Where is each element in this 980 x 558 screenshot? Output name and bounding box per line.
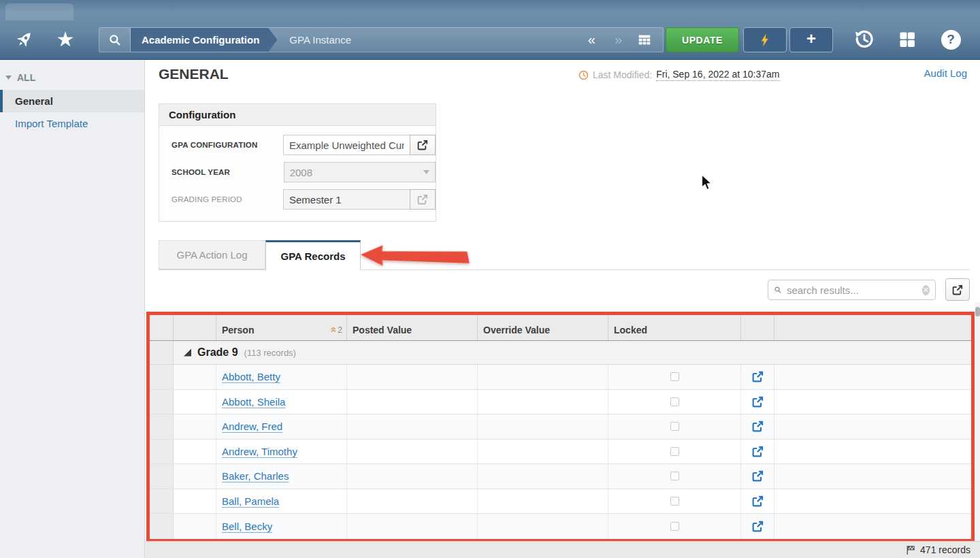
open-record-icon[interactable] (752, 446, 764, 457)
open-record-icon[interactable] (752, 495, 764, 507)
locked-checkbox[interactable] (670, 447, 679, 456)
table-scrollbar-thumb[interactable] (975, 307, 980, 316)
group-record-count: (113 records) (244, 348, 296, 358)
locked-checkbox[interactable] (670, 472, 679, 480)
apps-grid-icon[interactable] (896, 29, 918, 50)
locked-checkbox[interactable] (670, 497, 679, 506)
top-navigation-bar: ★ Academic Configuration GPA Instance « … (0, 0, 980, 60)
left-sidebar: ALL General Import Template (0, 60, 145, 558)
tab-gpa-action-log[interactable]: GPA Action Log (159, 240, 265, 269)
collapse-group-icon[interactable] (184, 349, 191, 357)
open-record-icon[interactable] (752, 470, 764, 482)
chevron-down-icon (5, 76, 12, 80)
person-link[interactable]: Ball, Pamela (216, 495, 279, 507)
sidebar-group-label: ALL (17, 72, 35, 83)
update-button[interactable]: UPDATE (666, 27, 739, 52)
open-record-icon[interactable] (752, 521, 764, 532)
locked-checkbox[interactable] (670, 522, 679, 531)
table-scrollbar-track[interactable] (975, 302, 980, 541)
open-record-icon[interactable] (752, 421, 764, 432)
group-row-grade9: Grade 9 (113 records) (150, 341, 971, 365)
record-count: 471 records (920, 544, 970, 555)
clock-icon (578, 70, 589, 80)
sort-ascending-icon: « (329, 327, 340, 332)
table-row: Abbott, Sheila (150, 390, 971, 415)
person-link[interactable]: Andrew, Fred (216, 421, 282, 432)
open-grading-period-icon (410, 189, 436, 210)
column-label: Locked (614, 325, 647, 335)
sidebar-item-label: Import Template (15, 118, 88, 129)
sidebar-group-all[interactable]: ALL (0, 60, 144, 90)
sidebar-item-import-template[interactable]: Import Template (0, 112, 144, 135)
search-icon (774, 284, 782, 295)
person-link[interactable]: Abbott, Sheila (216, 396, 285, 408)
open-results-window-icon[interactable] (945, 278, 970, 301)
column-header-person[interactable]: Person « 2 (216, 315, 347, 340)
flag-icon (906, 545, 916, 555)
grading-period-field[interactable] (283, 189, 410, 210)
search-results-box: ✕ (768, 280, 936, 300)
table-row: Baker, Charles (150, 464, 971, 489)
sort-indicator: « 2 (331, 324, 342, 335)
page-title: GENERAL (159, 66, 229, 82)
gpa-configuration-label: GPA CONFIGURATION (172, 141, 283, 149)
add-button[interactable]: + (789, 27, 833, 52)
person-link[interactable]: Bell, Becky (216, 521, 272, 532)
last-modified-label: Last Modified: (593, 69, 652, 80)
locked-checkbox[interactable] (670, 422, 679, 431)
locked-checkbox[interactable] (670, 397, 679, 406)
last-modified-value: Fri, Sep 16, 2022 at 10:37am (656, 69, 779, 81)
table-row: Bell, Becky (150, 514, 971, 539)
breadcrumb-section[interactable]: Academic Configuration (131, 28, 277, 52)
search-results-input[interactable] (787, 284, 922, 296)
favorites-star-icon[interactable]: ★ (53, 27, 78, 52)
breadcrumb: Academic Configuration GPA Instance « » (99, 27, 664, 52)
nav-back-icon[interactable]: « (578, 28, 605, 52)
table-row: Abbott, Betty (150, 365, 971, 390)
sidebar-item-label: General (15, 95, 53, 107)
lightning-icon (758, 32, 772, 48)
column-header-locked[interactable]: Locked (608, 315, 741, 340)
person-link[interactable]: Baker, Charles (216, 470, 289, 482)
school-year-label: SCHOOL YEAR (172, 168, 284, 176)
header-spacer (774, 315, 971, 340)
open-record-icon[interactable] (752, 396, 764, 408)
plus-icon: + (806, 31, 816, 47)
locked-checkbox[interactable] (670, 372, 679, 381)
header-spacer (174, 315, 216, 340)
search-icon[interactable] (99, 28, 131, 52)
school-year-value: 2008 (290, 167, 312, 178)
group-header[interactable]: Grade 9 (113 records) (174, 341, 971, 364)
home-rocket-icon[interactable] (12, 27, 37, 52)
open-gpa-configuration-icon[interactable] (410, 135, 436, 155)
chevron-down-icon (423, 170, 429, 174)
help-icon[interactable]: ? (940, 29, 962, 50)
audit-log-link[interactable]: Audit Log (924, 67, 967, 79)
table-row: Ball, Pamela (150, 489, 971, 514)
column-header-posted-value[interactable]: Posted Value (347, 315, 478, 340)
nav-forward-icon[interactable]: » (605, 28, 632, 52)
gpa-configuration-field[interactable] (283, 135, 410, 155)
history-icon[interactable] (852, 27, 877, 52)
table-row: Andrew, Fred (150, 414, 971, 440)
column-header-override-value[interactable]: Override Value (478, 315, 608, 340)
table-view-icon[interactable] (632, 28, 663, 52)
clear-search-icon[interactable]: ✕ (922, 285, 930, 295)
person-link[interactable]: Abbott, Betty (216, 371, 280, 382)
browser-tab-shadow (5, 3, 74, 20)
column-label: Posted Value (353, 325, 412, 335)
column-label: Override Value (483, 325, 550, 335)
column-label: Person (222, 325, 254, 335)
table-row: Andrew, Timothy (150, 440, 971, 465)
records-tabstrip: GPA Action Log GPA Records (159, 240, 970, 270)
sidebar-item-general[interactable]: General (0, 90, 144, 112)
tab-gpa-records[interactable]: GPA Records (265, 240, 361, 270)
open-record-icon[interactable] (752, 371, 764, 382)
quick-actions-button[interactable] (743, 27, 787, 52)
school-year-select[interactable]: 2008 (284, 162, 436, 182)
configuration-panel: Configuration GPA CONFIGURATION SCHOOL Y… (159, 103, 436, 222)
status-bar: 471 records (145, 541, 980, 558)
mouse-cursor (701, 174, 713, 191)
person-link[interactable]: Andrew, Timothy (216, 446, 297, 457)
table-header-row: Person « 2 Posted Value Override Value L… (150, 315, 971, 341)
